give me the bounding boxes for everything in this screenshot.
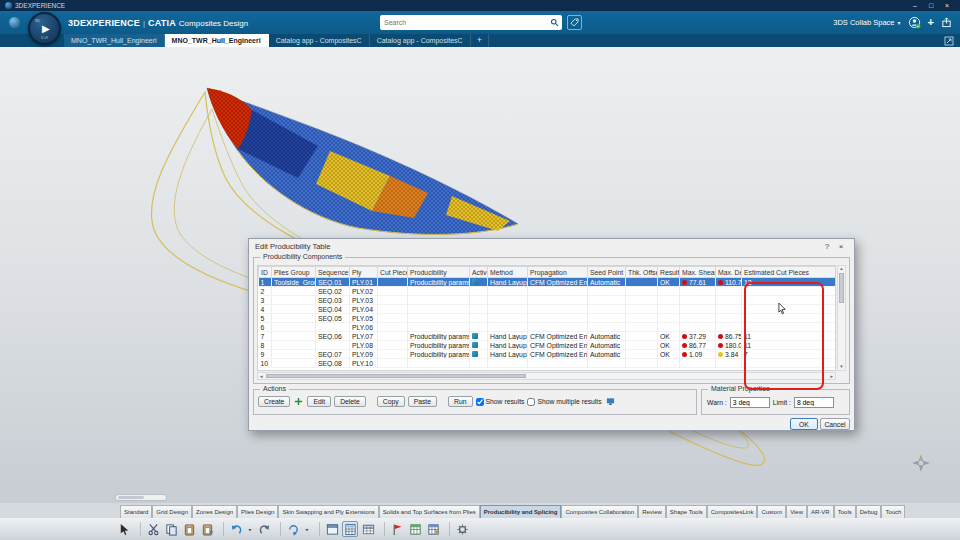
undo-options-icon[interactable]	[246, 521, 254, 537]
ribbon-tab[interactable]: Custom	[757, 505, 786, 518]
dialog-help-button[interactable]: ?	[820, 242, 834, 251]
show-multiple-results-checkbox[interactable]: Show multiple results	[527, 398, 601, 406]
table-row[interactable]: 2SEQ.02PLY.02	[259, 287, 837, 296]
show-results-checkbox[interactable]: Show results	[476, 398, 525, 406]
minimize-button[interactable]: –	[907, 2, 923, 9]
column-header[interactable]: Cut Piece	[378, 267, 408, 278]
fullscreen-icon[interactable]	[944, 36, 954, 46]
dialog-close-button[interactable]: ×	[834, 242, 848, 251]
table-row[interactable]: 10SEQ.08PLY.10	[259, 359, 837, 368]
data-grid-icon[interactable]	[360, 521, 376, 537]
column-header[interactable]: Max. Shear	[680, 267, 716, 278]
redo-icon[interactable]	[256, 521, 272, 537]
copy-button[interactable]: Copy	[377, 396, 405, 407]
mini-scrollbar-thumb[interactable]	[118, 496, 144, 499]
column-header[interactable]: ID	[259, 267, 272, 278]
warn-input[interactable]	[730, 397, 770, 408]
search-bar[interactable]	[380, 15, 562, 30]
table-horizontal-scrollbar[interactable]: ◄ ►	[257, 372, 836, 380]
play-icon[interactable]: ▶	[42, 23, 50, 34]
column-header[interactable]: Estimated Cut Pieces	[742, 267, 837, 278]
producibility-table[interactable]: IDPlies GroupSequencePlyCut PieceProduci…	[257, 265, 836, 371]
undo-icon[interactable]	[228, 521, 244, 537]
update-options-icon[interactable]	[303, 521, 311, 537]
ok-button[interactable]: OK	[790, 418, 818, 430]
ribbon-tab[interactable]: Zones Design	[192, 505, 237, 518]
column-header[interactable]: Producibility	[408, 267, 470, 278]
doc-tab[interactable]: MNO_TWR_Hull_Engineeri	[64, 34, 165, 47]
search-input[interactable]	[380, 19, 547, 26]
scroll-left-icon[interactable]: ◄	[259, 374, 263, 380]
results-display-icon[interactable]	[605, 396, 616, 407]
column-header[interactable]: Thk. Offset	[626, 267, 658, 278]
ribbon-tab[interactable]: Composites Collaboration	[561, 505, 638, 518]
table-row[interactable]: 4SEQ.04PLY.04	[259, 305, 837, 314]
column-header[interactable]: Max. Dev...	[716, 267, 742, 278]
ribbon-tab[interactable]: Plies Design	[237, 505, 278, 518]
table-row[interactable]: 7SEQ.06PLY.07Producibility params.4Hand …	[259, 332, 837, 341]
share-icon[interactable]	[941, 17, 952, 28]
tag-icon[interactable]	[567, 15, 582, 30]
hscroll-thumb[interactable]	[266, 374, 526, 378]
producibility-table-icon[interactable]	[342, 521, 358, 537]
ribbon-tab[interactable]: AR-VR	[807, 505, 834, 518]
table-row[interactable]: 6PLY.06	[259, 323, 837, 332]
window-layout-icon[interactable]	[324, 521, 340, 537]
user-avatar-icon[interactable]	[908, 16, 921, 29]
dialog-titlebar[interactable]: Edit Producibility Table ? ×	[249, 239, 854, 254]
ribbon-tab[interactable]: CompositesLink	[707, 505, 758, 518]
show-results-checkbox-input[interactable]	[476, 398, 484, 406]
doc-tab[interactable]: MNO_TWR_Hull_Engineeri	[165, 34, 269, 47]
doc-tab[interactable]: Catalog app - CompositesC	[269, 34, 370, 47]
column-header[interactable]: Ply	[350, 267, 378, 278]
create-button[interactable]: Create	[258, 396, 290, 407]
search-icon[interactable]	[547, 15, 562, 30]
column-header[interactable]: Seed Point	[588, 267, 626, 278]
show-multiple-results-checkbox-input[interactable]	[527, 398, 535, 406]
close-button[interactable]: ×	[939, 2, 955, 9]
table-row[interactable]: 3SEQ.03PLY.03	[259, 296, 837, 305]
table-row[interactable]: 8PLY.08Producibility params.3Hand LayupC…	[259, 341, 837, 350]
scroll-down-icon[interactable]: ▼	[838, 364, 845, 370]
select-cursor-icon[interactable]	[116, 521, 132, 537]
add-content-button[interactable]: +	[928, 17, 934, 28]
maximize-button[interactable]: □	[923, 2, 939, 9]
column-header[interactable]: Propagation	[528, 267, 588, 278]
column-header[interactable]: Sequence	[316, 267, 350, 278]
paste-button[interactable]: Paste	[408, 396, 437, 407]
copy-icon[interactable]	[163, 521, 179, 537]
table-row[interactable]: 9SEQ.07PLY.09Producibility params.2Hand …	[259, 350, 837, 359]
import-table-icon[interactable]	[425, 521, 441, 537]
new-tab-button[interactable]: +	[471, 34, 489, 47]
column-header[interactable]: Method	[488, 267, 528, 278]
ribbon-tab[interactable]: Producibility and Splicing	[480, 505, 562, 518]
ribbon-tab[interactable]: Shape Tools	[666, 505, 707, 518]
ribbon-tab[interactable]: Skin Swapping and Ply Extensions	[278, 505, 378, 518]
create-options-icon[interactable]	[293, 396, 304, 407]
table-vertical-scrollbar[interactable]: ▲ ▼	[837, 265, 846, 371]
vscroll-thumb[interactable]	[839, 273, 844, 303]
run-button[interactable]: Run	[448, 396, 472, 407]
ribbon-tab[interactable]: View	[786, 505, 807, 518]
panel-mini-scrollbar[interactable]	[115, 494, 167, 501]
collab-space-label[interactable]: 3DS Collab Space	[833, 18, 894, 27]
update-icon[interactable]	[285, 521, 301, 537]
limit-input[interactable]	[794, 397, 834, 408]
column-header[interactable]: Plies Group	[272, 267, 316, 278]
3dplay-compass-badge[interactable]: 3D ▶ V+R	[28, 12, 61, 45]
ribbon-tab[interactable]: Grid Design	[152, 505, 192, 518]
flag-annotation-icon[interactable]	[389, 521, 405, 537]
collab-caret-icon[interactable]: ▾	[898, 19, 901, 26]
paste-special-icon[interactable]	[199, 521, 215, 537]
table-row[interactable]: 1Toolside_GroupSEQ.01PLY.01Producibility…	[259, 278, 837, 287]
ribbon-tab[interactable]: Solids and Top Surfaces from Plies	[379, 505, 480, 518]
column-header[interactable]: Result	[658, 267, 680, 278]
scroll-right-icon[interactable]: ►	[830, 374, 834, 380]
column-header[interactable]: Active	[470, 267, 488, 278]
cancel-button[interactable]: Cancel	[820, 418, 850, 430]
table-row[interactable]: 5SEQ.05PLY.05	[259, 314, 837, 323]
ribbon-tab[interactable]: Review	[638, 505, 666, 518]
edit-button[interactable]: Edit	[307, 396, 331, 407]
export-table-icon[interactable]	[407, 521, 423, 537]
scroll-up-icon[interactable]: ▲	[838, 266, 845, 272]
